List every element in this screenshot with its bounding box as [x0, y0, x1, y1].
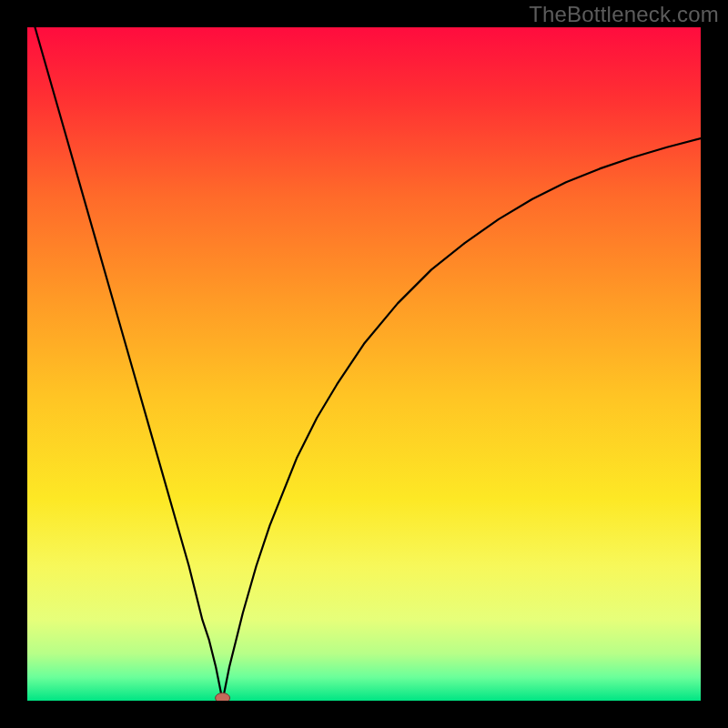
chart-svg: [27, 27, 701, 701]
minimum-marker: [216, 693, 230, 702]
watermark-text: TheBottleneck.com: [529, 2, 719, 27]
chart-frame: TheBottleneck.com: [0, 0, 728, 728]
gradient-background: [27, 27, 701, 701]
plot-area: [27, 27, 701, 701]
